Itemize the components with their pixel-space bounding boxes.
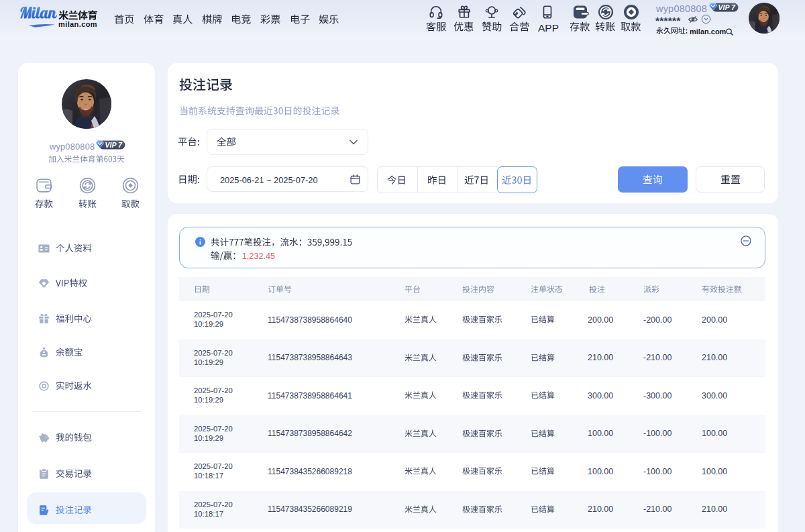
svg-text:VIP 7: VIP 7	[105, 141, 123, 149]
svg-text:VIP 7: VIP 7	[718, 3, 736, 11]
